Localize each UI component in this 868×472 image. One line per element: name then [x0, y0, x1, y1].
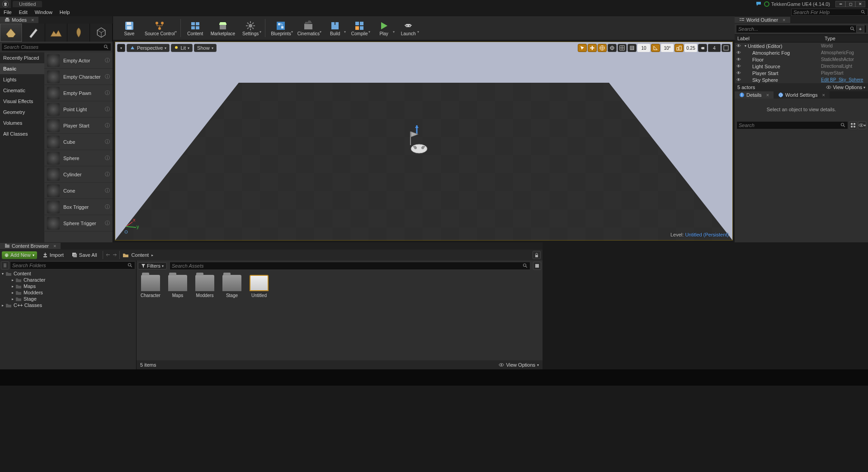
close-icon[interactable]: ×: [822, 92, 825, 98]
tree-folder[interactable]: ▸Modders: [0, 289, 136, 296]
grid-snap-value[interactable]: 10: [637, 44, 650, 52]
details-tab[interactable]: i Details×: [735, 91, 774, 99]
lock-button[interactable]: [533, 251, 541, 259]
modes-tab[interactable]: Modes ×: [0, 17, 38, 23]
help-search[interactable]: [791, 9, 868, 16]
scale-snap-toggle[interactable]: [675, 44, 684, 52]
source-control-status-icon[interactable]: [764, 1, 769, 7]
place-item[interactable]: Cubeⓘ: [44, 134, 113, 150]
import-button[interactable]: Import: [40, 251, 66, 259]
info-icon[interactable]: ⓘ: [105, 187, 110, 194]
visibility-toggle[interactable]: 👁: [736, 77, 743, 82]
camera-speed[interactable]: [698, 44, 707, 52]
history-fwd[interactable]: 🡢: [113, 253, 117, 257]
place-item[interactable]: Cylinderⓘ: [44, 166, 113, 183]
place-item[interactable]: Empty Pawnⓘ: [44, 85, 113, 101]
category-lights[interactable]: Lights: [0, 74, 44, 85]
visibility-toggle[interactable]: 👁: [736, 43, 743, 48]
chat-icon[interactable]: [756, 1, 762, 7]
play-button[interactable]: Play: [372, 17, 396, 39]
info-icon[interactable]: ⓘ: [105, 90, 110, 96]
category-cinematic[interactable]: Cinematic: [0, 85, 44, 96]
info-icon[interactable]: ⓘ: [105, 155, 110, 161]
cinematics-button[interactable]: Cinematics: [295, 17, 322, 39]
viewport-menu[interactable]: ▾: [117, 44, 125, 52]
save-all-button[interactable]: Save All: [69, 251, 100, 259]
asset-folder[interactable]: Modders: [194, 275, 215, 298]
details-search-input[interactable]: [739, 123, 840, 128]
history-back[interactable]: 🡠: [106, 253, 110, 257]
place-item[interactable]: Empty Characterⓘ: [44, 69, 113, 85]
outliner-search-input[interactable]: [738, 26, 850, 32]
category-basic[interactable]: Basic: [0, 63, 44, 74]
outliner-row[interactable]: 👁FloorStaticMeshActor: [735, 56, 868, 63]
menu-edit[interactable]: Edit: [19, 9, 28, 15]
outliner-row[interactable]: 👁Light SourceDirectionalLight: [735, 63, 868, 70]
grid-snap-icon[interactable]: [627, 44, 637, 52]
add-new-button[interactable]: ⊕ Add New ▾: [2, 251, 37, 259]
info-icon[interactable]: ⓘ: [105, 203, 110, 210]
settings-button[interactable]: Settings: [239, 17, 262, 39]
save-button[interactable]: Save: [118, 17, 141, 39]
window-close[interactable]: ✕: [855, 1, 865, 7]
outliner-tab[interactable]: World Outliner ×: [735, 17, 790, 23]
info-icon[interactable]: ⓘ: [105, 122, 110, 129]
tree-folder[interactable]: ▸Stage: [0, 296, 136, 302]
asset-search-input[interactable]: [172, 263, 523, 269]
asset-map[interactable]: Untitled: [249, 275, 269, 298]
content-browser-tab[interactable]: Content Browser ×: [0, 243, 61, 249]
maximize-viewport[interactable]: [722, 44, 731, 52]
info-icon[interactable]: ⓘ: [105, 220, 110, 227]
landscape-mode[interactable]: [45, 24, 68, 42]
info-icon[interactable]: ⓘ: [105, 73, 110, 80]
filters-button[interactable]: Filters▾: [138, 262, 167, 269]
tree-content-root[interactable]: ▾Content: [0, 270, 136, 277]
world-settings-tab[interactable]: World Settings×: [774, 91, 830, 99]
asset-save-button[interactable]: [533, 262, 541, 270]
close-icon[interactable]: ×: [53, 243, 56, 249]
close-icon[interactable]: ×: [31, 17, 34, 23]
launch-button[interactable]: Launch: [396, 17, 420, 39]
place-item[interactable]: Player Startⓘ: [44, 118, 113, 134]
close-icon[interactable]: ×: [783, 17, 785, 23]
camera-speed-value[interactable]: 4: [708, 44, 721, 52]
title-tab[interactable]: Untitled: [13, 1, 42, 7]
visibility-toggle[interactable]: 👁: [736, 64, 743, 69]
tree-folder[interactable]: ▸Maps: [0, 283, 136, 289]
asset-folder[interactable]: Stage: [222, 275, 242, 298]
viewport[interactable]: ▾ Perspective▾ Lit▾ Show▾ 10 10° 0.25 4: [115, 42, 733, 241]
place-item[interactable]: Coneⓘ: [44, 183, 113, 199]
place-item[interactable]: Sphere Triggerⓘ: [44, 215, 113, 231]
place-item[interactable]: Box Triggerⓘ: [44, 199, 113, 215]
foliage-mode[interactable]: [67, 24, 90, 42]
menu-help[interactable]: Help: [60, 9, 70, 15]
tree-cpp-root[interactable]: ▸C++ Classes: [0, 302, 136, 308]
blueprints-button[interactable]: Blueprints: [268, 17, 293, 39]
content-button[interactable]: Content: [184, 17, 207, 39]
angle-snap-value[interactable]: 10°: [661, 44, 674, 52]
select-tool[interactable]: [578, 44, 587, 52]
outliner-add[interactable]: +: [856, 25, 864, 33]
menu-file[interactable]: File: [4, 9, 12, 15]
outliner-row[interactable]: 👁Sky SphereEdit BP_Sky_Sphere: [735, 76, 868, 83]
show-dropdown[interactable]: Show▾: [194, 44, 217, 52]
menu-window[interactable]: Window: [35, 9, 52, 15]
outliner-row[interactable]: 👁▾Untitled (Editor)World: [735, 42, 868, 49]
window-maximize[interactable]: ◻: [845, 1, 855, 7]
scale-snap-value[interactable]: 0.25: [684, 44, 697, 52]
outliner-row[interactable]: 👁Atmospheric FogAtmosphericFog: [735, 49, 868, 56]
marketplace-button[interactable]: Marketplace: [208, 17, 238, 39]
class-search[interactable]: [1, 43, 111, 51]
coord-toggle[interactable]: [598, 44, 607, 52]
folder-search-input[interactable]: [12, 263, 127, 268]
surface-snap[interactable]: [608, 44, 617, 52]
toggle-sources[interactable]: [1, 261, 9, 269]
angle-snap-toggle[interactable]: [651, 44, 660, 52]
compile-button[interactable]: Compile: [348, 17, 371, 39]
asset-folder[interactable]: Character: [140, 275, 161, 298]
eye-toggle-button[interactable]: ▾: [858, 121, 866, 129]
paint-mode[interactable]: [23, 24, 45, 42]
perspective-dropdown[interactable]: Perspective▾: [127, 44, 170, 52]
class-search-input[interactable]: [4, 44, 104, 50]
tree-folder[interactable]: ▸Character: [0, 277, 136, 283]
